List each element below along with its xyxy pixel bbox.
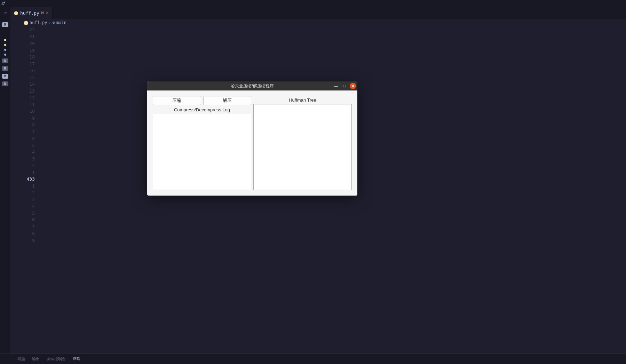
dialog-title: 哈夫曼压缩/解压缩程序 xyxy=(147,83,357,89)
status-dot-icon xyxy=(4,39,6,41)
breadcrumb[interactable]: ⬤ huff.py › ⊕ main xyxy=(10,19,626,26)
maximize-icon[interactable]: □ xyxy=(341,83,348,89)
file-badge-m-active[interactable]: M xyxy=(2,74,8,79)
button-row: 压缩 解压 xyxy=(153,96,251,105)
chevron-right-icon: › xyxy=(49,20,51,25)
dialog-titlebar[interactable]: 哈夫曼压缩/解压缩程序 — □ ✕ xyxy=(147,81,357,90)
close-icon[interactable]: × xyxy=(46,10,49,16)
panel-tab-output[interactable]: 输出 xyxy=(32,356,40,362)
activity-bar: ⋯ M U M M U xyxy=(0,7,10,354)
dialog-right-pane: Huffman Tree xyxy=(253,96,352,190)
log-label: Compress/Decompress Log xyxy=(153,107,251,112)
log-output[interactable] xyxy=(153,114,251,190)
tree-label: Huffman Tree xyxy=(253,97,352,103)
status-dot-icon xyxy=(4,49,6,51)
minimize-icon[interactable]: — xyxy=(333,83,339,89)
compress-button[interactable]: 压缩 xyxy=(153,96,201,105)
file-badge-u[interactable]: U xyxy=(2,81,8,86)
panel-tab-problems[interactable]: 问题 xyxy=(17,356,25,362)
status-dot-icon xyxy=(4,44,6,46)
huffman-dialog[interactable]: 哈夫曼压缩/解压缩程序 — □ ✕ 压缩 解压 Compress/Decompr… xyxy=(147,81,357,196)
file-badge-u[interactable]: U xyxy=(2,58,8,63)
menu-bar[interactable]: 助 xyxy=(0,0,626,7)
file-badge-m[interactable]: M xyxy=(2,66,8,71)
tab-filename: huff.py xyxy=(20,10,39,16)
dialog-body: 压缩 解压 Compress/Decompress Log Huffman Tr… xyxy=(147,90,357,196)
symbol-icon: ⊕ xyxy=(53,20,55,25)
close-icon[interactable]: ✕ xyxy=(350,83,356,89)
activity-more-icon[interactable]: ⋯ xyxy=(3,11,7,15)
python-icon: ⬤ xyxy=(14,11,18,15)
status-dot-icon xyxy=(4,54,6,56)
decompress-button[interactable]: 解压 xyxy=(203,96,252,105)
panel-tab-terminal[interactable]: 终端 xyxy=(73,356,80,362)
menu-help[interactable]: 助 xyxy=(1,1,6,7)
tab-bar: ⬤ huff.py M × xyxy=(10,7,626,19)
tab-huff-py[interactable]: ⬤ huff.py M × xyxy=(10,7,53,19)
line-gutter: 2221201918171615141312111098765432143312… xyxy=(10,26,38,354)
breadcrumb-file[interactable]: huff.py xyxy=(30,20,47,25)
python-icon: ⬤ xyxy=(24,20,28,25)
breadcrumb-symbol[interactable]: main xyxy=(56,20,66,25)
scm-badge[interactable]: M xyxy=(2,22,8,27)
window-controls: — □ ✕ xyxy=(333,83,356,89)
panel-tab-debug[interactable]: 调试控制台 xyxy=(47,356,66,362)
tab-modified-indicator: M xyxy=(41,11,44,15)
tree-viewer[interactable] xyxy=(253,104,352,190)
bottom-panel: 问题 输出 调试控制台 终端 xyxy=(0,354,626,364)
dialog-left-pane: 压缩 解压 Compress/Decompress Log xyxy=(153,96,251,190)
